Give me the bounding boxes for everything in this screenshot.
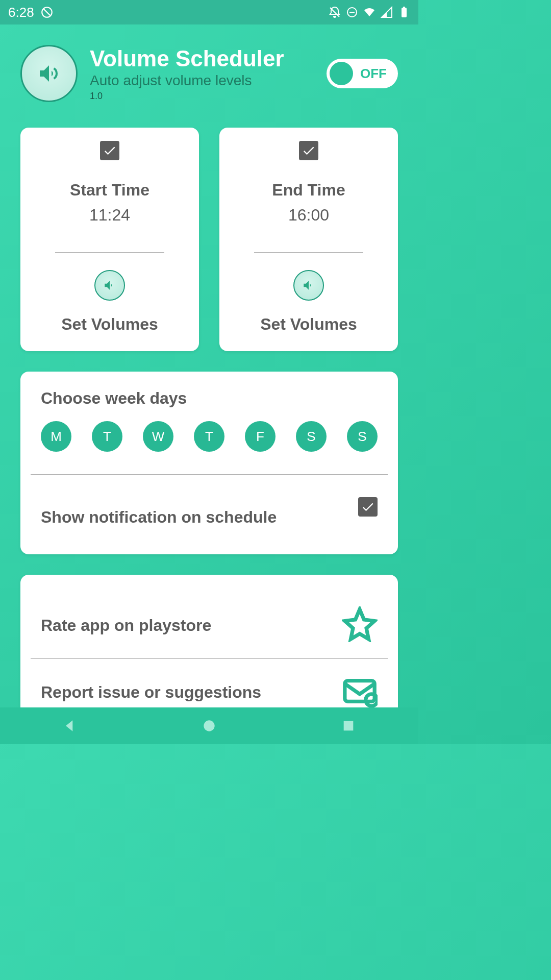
start-time-value[interactable]: 11:24 <box>89 206 130 225</box>
divider <box>254 252 364 253</box>
days-row: M T W T F S S <box>41 421 378 452</box>
end-set-volumes-icon[interactable] <box>293 270 324 301</box>
alarm-off-icon <box>329 6 341 18</box>
day-sun[interactable]: S <box>347 421 378 452</box>
rate-label: Rate app on playstore <box>41 616 211 635</box>
info-card: Rate app on playstore Report issue or su… <box>20 575 398 726</box>
weekdays-title: Choose week days <box>41 389 378 408</box>
check-icon <box>302 143 316 158</box>
nav-recent-button[interactable] <box>336 714 361 738</box>
svg-rect-8 <box>344 721 354 731</box>
app-subtitle: Auto adjust volume levels <box>90 72 314 89</box>
notification-checkbox[interactable] <box>358 497 378 517</box>
signal-icon <box>381 6 393 18</box>
master-toggle[interactable]: OFF <box>327 59 398 88</box>
nav-back-button[interactable] <box>58 714 82 738</box>
start-set-volumes-label[interactable]: Set Volumes <box>61 315 158 334</box>
day-wed[interactable]: W <box>143 421 173 452</box>
day-tue[interactable]: T <box>92 421 122 452</box>
end-set-volumes-label[interactable]: Set Volumes <box>260 315 357 334</box>
status-bar: 6:28 <box>0 0 418 24</box>
app-title: Volume Scheduler <box>90 46 314 71</box>
volume-icon <box>37 61 61 86</box>
start-checkbox[interactable] <box>100 141 119 160</box>
battery-icon <box>398 6 410 18</box>
notification-row: Show notification on schedule <box>41 497 378 537</box>
svg-rect-5 <box>345 681 374 702</box>
minus-circle-icon <box>346 6 358 18</box>
nav-bar <box>0 707 418 744</box>
day-sat[interactable]: S <box>296 421 327 452</box>
start-time-title: Start Time <box>70 181 149 200</box>
volume-icon <box>302 279 315 292</box>
svg-rect-2 <box>349 12 355 13</box>
triangle-back-icon <box>62 718 78 734</box>
status-right <box>329 6 410 18</box>
volume-icon <box>103 279 116 292</box>
end-time-value[interactable]: 16:00 <box>288 206 329 225</box>
status-left: 6:28 <box>8 5 54 20</box>
toggle-label: OFF <box>360 66 387 82</box>
app-version: 1.0 <box>90 91 314 102</box>
do-not-disturb-icon <box>40 6 54 19</box>
svg-rect-4 <box>403 7 405 8</box>
end-time-card: End Time 16:00 Set Volumes <box>219 128 398 351</box>
notification-label: Show notification on schedule <box>41 508 277 527</box>
mail-icon <box>342 673 378 711</box>
svg-point-7 <box>204 720 214 731</box>
day-thu[interactable]: T <box>194 421 224 452</box>
app-logo <box>20 45 78 102</box>
weekdays-card: Choose week days M T W T F S S Show noti… <box>20 372 398 554</box>
end-time-title: End Time <box>272 181 345 200</box>
report-row[interactable]: Report issue or suggestions <box>41 659 378 714</box>
wifi-icon <box>363 6 375 18</box>
divider <box>31 474 388 475</box>
svg-rect-3 <box>402 8 407 17</box>
start-set-volumes-icon[interactable] <box>94 270 125 301</box>
day-fri[interactable]: F <box>245 421 276 452</box>
rate-row[interactable]: Rate app on playstore <box>41 592 378 658</box>
end-checkbox[interactable] <box>299 141 318 160</box>
circle-home-icon <box>201 718 217 734</box>
square-recent-icon <box>340 718 357 734</box>
day-mon[interactable]: M <box>41 421 71 452</box>
report-label: Report issue or suggestions <box>41 683 261 702</box>
start-time-card: Start Time 11:24 Set Volumes <box>20 128 199 351</box>
header-text: Volume Scheduler Auto adjust volume leve… <box>90 46 314 102</box>
time-cards-row: Start Time 11:24 Set Volumes End Time 16… <box>20 128 398 351</box>
nav-home-button[interactable] <box>197 714 221 738</box>
check-icon <box>103 143 117 158</box>
check-icon <box>361 500 375 514</box>
divider <box>55 252 165 253</box>
header: Volume Scheduler Auto adjust volume leve… <box>20 45 398 102</box>
star-icon <box>342 606 378 644</box>
toggle-knob <box>330 62 353 85</box>
status-time: 6:28 <box>8 5 34 20</box>
